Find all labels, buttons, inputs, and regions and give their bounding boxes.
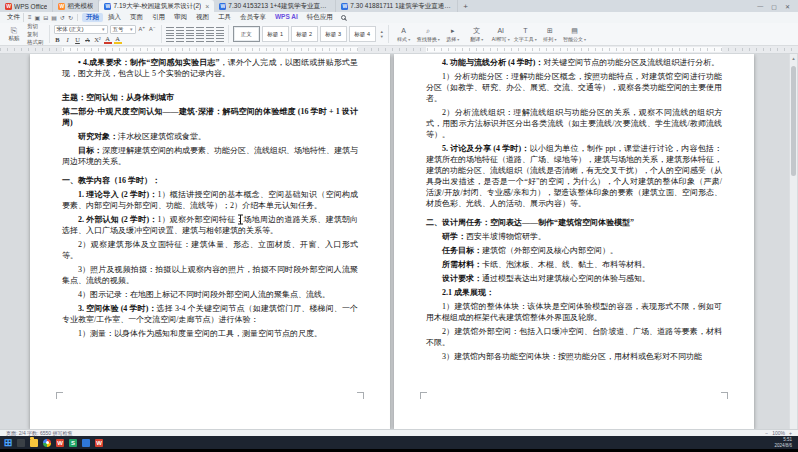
- document-tab[interactable]: W7.30 41881711 1建筑学专业直通车（: [336, 0, 458, 12]
- doc-text-run: 沣水校区建筑馆或食堂。: [118, 132, 206, 141]
- start-icon[interactable]: ⊞: [4, 439, 12, 447]
- doc-blue-icon: W: [341, 3, 348, 10]
- document-tab[interactable]: W7.30 4153213 1+4建筑学专业直通车（: [214, 0, 336, 12]
- highlight-color-button[interactable]: A: [114, 35, 122, 44]
- align-right-icon[interactable]: [186, 35, 194, 42]
- minimize-button[interactable]: —: [757, 3, 763, 9]
- cut-button[interactable]: 剪切: [26, 23, 45, 30]
- bullet-list-icon[interactable]: [166, 27, 174, 34]
- number-list-icon[interactable]: [176, 27, 184, 34]
- ai-write-button[interactable]: AIAI帮写: [490, 27, 512, 42]
- italic-button[interactable]: I: [64, 35, 72, 43]
- justify-icon[interactable]: [196, 35, 204, 42]
- wps-writer-icon[interactable]: W: [56, 439, 64, 447]
- sort-icon[interactable]: [206, 27, 214, 34]
- ribbon-tab-视图[interactable]: 视图: [192, 13, 213, 22]
- home-tab[interactable]: WWPS Office: [0, 0, 53, 12]
- font-size-button[interactable]: A⁻: [148, 26, 157, 32]
- align-center-icon[interactable]: [176, 35, 184, 42]
- copy-button[interactable]: 复制: [26, 31, 45, 38]
- ribbon-tab-工具[interactable]: 工具: [214, 13, 235, 22]
- ruler[interactable]: [0, 46, 798, 54]
- arrange-button[interactable]: ⊞排列: [539, 27, 561, 42]
- smart-doc-button[interactable]: ▤智能公文: [563, 27, 586, 42]
- doc-text-run: 二、设计周任务：空间表达——制作“建筑馆空间体验模型”: [426, 218, 634, 227]
- scroll-up-icon[interactable]: ▴: [790, 55, 797, 61]
- app-green-icon[interactable]: S: [69, 439, 77, 447]
- paste-button[interactable]: ⎘ 粘贴: [4, 24, 24, 44]
- doc-text-run: 2）分析流线组织：理解流线组织与功能分区的关系，观察不同流线的组织方式，用图示方…: [426, 108, 722, 139]
- select-button[interactable]: ▸选择: [442, 27, 464, 42]
- wps-logo-icon: W: [5, 3, 12, 10]
- doc-paragraph: 2）分析流线组织：理解流线组织与功能分区的关系，观察不同流线的组织方式，用图示方…: [426, 107, 722, 140]
- app-dark-icon[interactable]: [17, 439, 25, 447]
- font-name-select[interactable]: 宋体 (正文)▾: [54, 25, 108, 34]
- doc-paragraph: 主题：空间认知：从身体到城市: [62, 92, 358, 103]
- taskbar-clock[interactable]: 5:51 2024/8/6: [774, 437, 794, 448]
- font-color-button[interactable]: A: [104, 35, 112, 44]
- style-正文[interactable]: 正文: [233, 26, 260, 42]
- wps-window: WWPS OfficeW稻壳模板W7.19大学-校园建筑展示设计(2)×W7.3…: [0, 0, 798, 452]
- smart-doc-label: 智能公文: [563, 36, 586, 42]
- tab-bar: WWPS OfficeW稻壳模板W7.19大学-校园建筑展示设计(2)×W7.3…: [0, 0, 798, 12]
- document-page-right[interactable]: 4. 功能与流线分析 (4 学时)：对关键空间节点的功能分区及流线组织进行分析。…: [394, 54, 754, 429]
- document-tab[interactable]: W稻壳模板: [53, 0, 99, 12]
- ribbon-tab-页面[interactable]: 页面: [126, 13, 147, 22]
- file-explorer-icon[interactable]: [30, 439, 38, 447]
- style-gallery-scroll[interactable]: ▲▼: [380, 29, 384, 39]
- format-painter-button[interactable]: 格式刷: [26, 39, 45, 46]
- text-tool-button[interactable]: T文字工具: [514, 27, 537, 42]
- doc-paragraph: 1）分析功能分区：理解功能分区概念，按照功能特点，对建筑馆空间进行功能分区（如教…: [426, 71, 722, 104]
- ribbon-tab-审阅[interactable]: 审阅: [170, 13, 191, 22]
- outdent-icon[interactable]: [186, 27, 194, 34]
- close-button[interactable]: ✕: [785, 3, 790, 10]
- ribbon-tab-WPS AI[interactable]: WPS AI: [271, 13, 302, 22]
- align-left-icon[interactable]: [166, 35, 174, 42]
- ribbon-tab-会员专享[interactable]: 会员专享: [236, 13, 270, 22]
- ribbon-tab-引用[interactable]: 引用: [148, 13, 169, 22]
- ribbon-tab-插入[interactable]: 插入: [104, 13, 125, 22]
- document-tab[interactable]: W7.19大学-校园建筑展示设计(2)×: [99, 0, 214, 12]
- ribbon-tab-开始[interactable]: 开始: [82, 13, 103, 22]
- maximize-button[interactable]: ▢: [771, 3, 777, 10]
- doc-text-run: 3）建筑馆内部各功能空间体块：按照功能分区，用材料或色彩对不同功能: [442, 352, 702, 361]
- style-标题 3[interactable]: 标题 3: [320, 26, 347, 42]
- font-size-button[interactable]: A⁺: [138, 26, 147, 32]
- bold-button[interactable]: B: [54, 35, 62, 43]
- redo-icon[interactable]: ↻: [68, 14, 73, 21]
- superscript-button[interactable]: X²: [94, 35, 102, 43]
- font-size-select[interactable]: 五号▾: [110, 25, 136, 34]
- save-icon[interactable]: ▣: [35, 14, 41, 21]
- line-spacing-icon[interactable]: [206, 35, 214, 42]
- doc-text-run: 5. 讨论及分享 (4 学时)：: [442, 144, 530, 153]
- style-标题 4[interactable]: 标题 4: [349, 26, 376, 42]
- indent-icon[interactable]: [196, 27, 204, 34]
- tab-close-icon[interactable]: ×: [205, 3, 209, 10]
- translate-button[interactable]: 文翻译: [466, 27, 488, 42]
- text-cursor: [237, 211, 244, 229]
- strikethrough-button[interactable]: A: [84, 35, 92, 43]
- underline-button[interactable]: U: [74, 35, 82, 43]
- app-blue-icon[interactable]: [82, 439, 90, 447]
- undo-icon[interactable]: ↺: [60, 14, 65, 21]
- word-doc-icon[interactable]: W: [95, 439, 103, 447]
- doc-text-run: 对关键空间节点的功能分区及流线组织进行分析。: [543, 58, 719, 67]
- hamburger-menu-icon[interactable]: ≡: [28, 14, 32, 21]
- doc-text-run: 3）照片及视频拍摄：拍摄以上观察内容的照片，拍摄不同时段外部空间人流聚集点、流线…: [62, 265, 358, 285]
- browser-icon[interactable]: [43, 439, 51, 447]
- style-painter-button[interactable]: A样式: [393, 27, 415, 42]
- export-icon[interactable]: ▤: [51, 14, 57, 21]
- scrollbar-thumb[interactable]: [791, 66, 796, 176]
- style-标题 1[interactable]: 标题 1: [262, 26, 289, 42]
- print-icon[interactable]: ⊟: [43, 14, 48, 21]
- document-page-left[interactable]: • 4.成果要求：制作“空间感知实验日志”，课外个人完成，以图纸或拼贴形式呈现，…: [30, 54, 390, 429]
- vertical-scrollbar[interactable]: ▴: [789, 54, 797, 429]
- file-menu-button[interactable]: 文件: [4, 13, 24, 22]
- show-marks-icon[interactable]: [216, 27, 224, 34]
- style-标题 2[interactable]: 标题 2: [291, 26, 318, 42]
- shading-icon[interactable]: [216, 35, 224, 42]
- ribbon-tab-特色应用[interactable]: 特色应用: [303, 13, 337, 22]
- find-replace-button[interactable]: ⌕查找替换: [417, 27, 440, 42]
- search-icon[interactable]: [341, 15, 346, 20]
- new-tab-button[interactable]: +: [458, 0, 473, 12]
